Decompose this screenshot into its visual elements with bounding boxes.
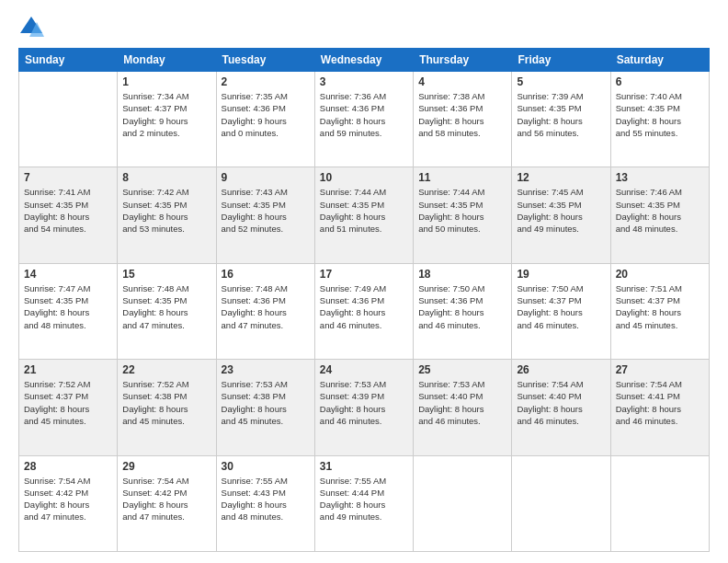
day-number: 15 [122, 268, 210, 281]
day-number: 6 [616, 75, 704, 88]
day-number: 24 [320, 363, 408, 376]
day-number: 28 [24, 460, 112, 473]
weekday-header: Friday [512, 49, 610, 72]
header-row: SundayMondayTuesdayWednesdayThursdayFrid… [19, 49, 710, 72]
day-info: Sunrise: 7:54 AMSunset: 4:41 PMDaylight:… [616, 378, 704, 427]
day-number: 26 [517, 363, 605, 376]
day-info: Sunrise: 7:53 AMSunset: 4:38 PMDaylight:… [222, 378, 310, 427]
calendar-week-row: 21Sunrise: 7:52 AMSunset: 4:37 PMDayligh… [19, 360, 710, 455]
day-number: 29 [122, 460, 210, 473]
day-info: Sunrise: 7:43 AMSunset: 4:35 PMDaylight:… [222, 186, 310, 235]
logo [18, 15, 48, 40]
day-info: Sunrise: 7:55 AMSunset: 4:43 PMDaylight:… [222, 475, 310, 523]
day-number: 10 [320, 171, 408, 184]
day-number: 9 [222, 171, 310, 184]
day-number: 21 [24, 363, 112, 376]
page: SundayMondayTuesdayWednesdayThursdayFrid… [0, 0, 728, 563]
day-number: 25 [418, 363, 506, 376]
calendar-cell [512, 455, 610, 551]
calendar-cell [19, 72, 118, 167]
calendar-week-row: 1Sunrise: 7:34 AMSunset: 4:37 PMDaylight… [19, 72, 710, 167]
weekday-header: Thursday [414, 49, 512, 72]
day-info: Sunrise: 7:54 AMSunset: 4:42 PMDaylight:… [122, 475, 210, 523]
calendar-cell: 10Sunrise: 7:44 AMSunset: 4:35 PMDayligh… [314, 167, 413, 263]
day-info: Sunrise: 7:53 AMSunset: 4:40 PMDaylight:… [418, 378, 506, 427]
day-number: 16 [222, 268, 310, 281]
day-number: 2 [222, 75, 310, 88]
weekday-header: Monday [118, 49, 216, 72]
calendar-cell: 15Sunrise: 7:48 AMSunset: 4:35 PMDayligh… [118, 263, 216, 359]
day-info: Sunrise: 7:46 AMSunset: 4:35 PMDaylight:… [616, 186, 704, 235]
calendar-cell: 18Sunrise: 7:50 AMSunset: 4:36 PMDayligh… [414, 263, 512, 359]
day-number: 11 [418, 171, 506, 184]
calendar-cell: 8Sunrise: 7:42 AMSunset: 4:35 PMDaylight… [118, 167, 216, 263]
day-number: 17 [320, 268, 408, 281]
calendar-cell: 9Sunrise: 7:43 AMSunset: 4:35 PMDaylight… [216, 167, 314, 263]
day-info: Sunrise: 7:54 AMSunset: 4:40 PMDaylight:… [517, 378, 605, 427]
day-info: Sunrise: 7:45 AMSunset: 4:35 PMDaylight:… [517, 186, 605, 235]
day-number: 5 [517, 75, 605, 88]
calendar-week-row: 14Sunrise: 7:47 AMSunset: 4:35 PMDayligh… [19, 263, 710, 359]
day-info: Sunrise: 7:54 AMSunset: 4:42 PMDaylight:… [24, 475, 112, 523]
calendar-cell: 24Sunrise: 7:53 AMSunset: 4:39 PMDayligh… [314, 360, 413, 455]
calendar-cell: 27Sunrise: 7:54 AMSunset: 4:41 PMDayligh… [610, 360, 709, 455]
calendar-table: SundayMondayTuesdayWednesdayThursdayFrid… [18, 48, 710, 552]
calendar-cell: 6Sunrise: 7:40 AMSunset: 4:35 PMDaylight… [610, 72, 709, 167]
day-number: 20 [616, 268, 704, 281]
day-info: Sunrise: 7:36 AMSunset: 4:36 PMDaylight:… [320, 90, 408, 139]
day-number: 30 [222, 460, 310, 473]
day-info: Sunrise: 7:48 AMSunset: 4:35 PMDaylight:… [122, 282, 210, 331]
day-info: Sunrise: 7:51 AMSunset: 4:37 PMDaylight:… [616, 282, 704, 331]
calendar-cell: 21Sunrise: 7:52 AMSunset: 4:37 PMDayligh… [19, 360, 118, 455]
calendar-cell: 20Sunrise: 7:51 AMSunset: 4:37 PMDayligh… [610, 263, 709, 359]
day-info: Sunrise: 7:50 AMSunset: 4:36 PMDaylight:… [418, 282, 506, 331]
calendar-cell: 12Sunrise: 7:45 AMSunset: 4:35 PMDayligh… [512, 167, 610, 263]
day-number: 12 [517, 171, 605, 184]
calendar-cell [414, 455, 512, 551]
calendar-cell: 31Sunrise: 7:55 AMSunset: 4:44 PMDayligh… [314, 455, 413, 551]
day-number: 3 [320, 75, 408, 88]
weekday-header: Tuesday [216, 49, 314, 72]
day-info: Sunrise: 7:49 AMSunset: 4:36 PMDaylight:… [320, 282, 408, 331]
day-number: 31 [320, 460, 408, 473]
calendar-cell: 29Sunrise: 7:54 AMSunset: 4:42 PMDayligh… [118, 455, 216, 551]
day-info: Sunrise: 7:35 AMSunset: 4:36 PMDaylight:… [222, 90, 310, 139]
calendar-week-row: 7Sunrise: 7:41 AMSunset: 4:35 PMDaylight… [19, 167, 710, 263]
header [18, 15, 710, 40]
day-info: Sunrise: 7:55 AMSunset: 4:44 PMDaylight:… [320, 475, 408, 523]
calendar-cell: 11Sunrise: 7:44 AMSunset: 4:35 PMDayligh… [414, 167, 512, 263]
calendar-cell: 17Sunrise: 7:49 AMSunset: 4:36 PMDayligh… [314, 263, 413, 359]
calendar-cell: 5Sunrise: 7:39 AMSunset: 4:35 PMDaylight… [512, 72, 610, 167]
calendar-cell: 3Sunrise: 7:36 AMSunset: 4:36 PMDaylight… [314, 72, 413, 167]
calendar-cell: 13Sunrise: 7:46 AMSunset: 4:35 PMDayligh… [610, 167, 709, 263]
logo-icon [18, 15, 44, 40]
day-number: 13 [616, 171, 704, 184]
calendar-cell: 16Sunrise: 7:48 AMSunset: 4:36 PMDayligh… [216, 263, 314, 359]
day-number: 18 [418, 268, 506, 281]
day-info: Sunrise: 7:52 AMSunset: 4:38 PMDaylight:… [122, 378, 210, 427]
calendar-week-row: 28Sunrise: 7:54 AMSunset: 4:42 PMDayligh… [19, 455, 710, 551]
weekday-header: Wednesday [314, 49, 413, 72]
calendar-cell: 4Sunrise: 7:38 AMSunset: 4:36 PMDaylight… [414, 72, 512, 167]
calendar-cell: 14Sunrise: 7:47 AMSunset: 4:35 PMDayligh… [19, 263, 118, 359]
day-number: 7 [24, 171, 112, 184]
day-number: 14 [24, 268, 112, 281]
calendar-cell: 23Sunrise: 7:53 AMSunset: 4:38 PMDayligh… [216, 360, 314, 455]
calendar-cell [610, 455, 709, 551]
calendar-cell: 25Sunrise: 7:53 AMSunset: 4:40 PMDayligh… [414, 360, 512, 455]
calendar-cell: 26Sunrise: 7:54 AMSunset: 4:40 PMDayligh… [512, 360, 610, 455]
calendar-cell: 1Sunrise: 7:34 AMSunset: 4:37 PMDaylight… [118, 72, 216, 167]
day-info: Sunrise: 7:44 AMSunset: 4:35 PMDaylight:… [418, 186, 506, 235]
day-number: 23 [222, 363, 310, 376]
day-info: Sunrise: 7:38 AMSunset: 4:36 PMDaylight:… [418, 90, 506, 139]
day-info: Sunrise: 7:52 AMSunset: 4:37 PMDaylight:… [24, 378, 112, 427]
day-number: 1 [122, 75, 210, 88]
day-info: Sunrise: 7:39 AMSunset: 4:35 PMDaylight:… [517, 90, 605, 139]
calendar-cell: 7Sunrise: 7:41 AMSunset: 4:35 PMDaylight… [19, 167, 118, 263]
calendar-cell: 19Sunrise: 7:50 AMSunset: 4:37 PMDayligh… [512, 263, 610, 359]
day-number: 8 [122, 171, 210, 184]
calendar-cell: 22Sunrise: 7:52 AMSunset: 4:38 PMDayligh… [118, 360, 216, 455]
day-number: 27 [616, 363, 704, 376]
day-number: 4 [418, 75, 506, 88]
day-info: Sunrise: 7:40 AMSunset: 4:35 PMDaylight:… [616, 90, 704, 139]
